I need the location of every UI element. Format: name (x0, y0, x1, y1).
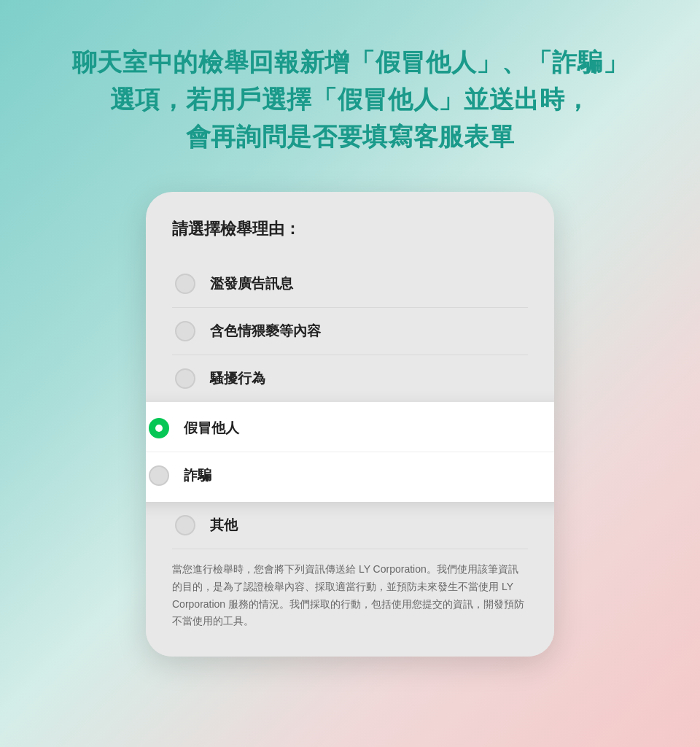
radio-label-other: 其他 (210, 516, 238, 535)
radio-label-impersonation: 假冒他人 (184, 419, 239, 438)
radio-circle-impersonation[interactable] (149, 418, 169, 438)
headline: 聊天室中的檢舉回報新增「假冒他人」、「詐騙」 選項，若用戶選擇「假冒他人」並送出… (72, 44, 629, 155)
radio-item-harass[interactable]: 騷擾行為 (172, 355, 528, 402)
phone-mockup: 請選擇檢舉理由： 濫發廣告訊息 含色情猥褻等內容 騷擾行為 (146, 192, 554, 657)
radio-circle-fraud[interactable] (149, 465, 169, 486)
radio-label-harass: 騷擾行為 (210, 369, 265, 388)
radio-list-top: 濫發廣告訊息 含色情猥褻等內容 騷擾行為 (172, 260, 528, 402)
radio-label-adult: 含色情猥褻等內容 (210, 322, 321, 341)
disclaimer: 當您進行檢舉時，您會將下列資訊傳送給 LY Corporation。我們使用該筆… (172, 561, 528, 630)
radio-item-spam[interactable]: 濫發廣告訊息 (172, 260, 528, 308)
page-container: 聊天室中的檢舉回報新增「假冒他人」、「詐騙」 選項，若用戶選擇「假冒他人」並送出… (0, 0, 700, 747)
phone-inner: 請選擇檢舉理由： 濫發廣告訊息 含色情猥褻等內容 騷擾行為 (146, 192, 554, 402)
radio-circle-adult[interactable] (175, 321, 195, 341)
phone-bottom: 其他 當您進行檢舉時，您會將下列資訊傳送給 LY Corporation。我們使… (146, 502, 554, 657)
radio-circle-spam[interactable] (175, 274, 195, 294)
radio-circle-other[interactable] (175, 515, 195, 535)
headline-line3: 會再詢問是否要填寫客服表單 (186, 123, 515, 150)
headline-line2: 選項，若用戶選擇「假冒他人」並送出時， (110, 85, 591, 113)
radio-circle-harass[interactable] (175, 368, 195, 389)
radio-item-fraud[interactable]: 詐騙 (146, 452, 554, 499)
radio-item-impersonation[interactable]: 假冒他人 (146, 405, 554, 452)
headline-line1: 聊天室中的檢舉回報新增「假冒他人」、「詐騙」 (72, 48, 629, 76)
radio-label-fraud: 詐騙 (184, 466, 211, 485)
radio-item-adult[interactable]: 含色情猥褻等內容 (172, 308, 528, 355)
section-title: 請選擇檢舉理由： (172, 218, 528, 240)
highlight-panel: 假冒他人 詐騙 (146, 402, 554, 502)
radio-item-other[interactable]: 其他 (172, 502, 528, 549)
radio-label-spam: 濫發廣告訊息 (210, 274, 293, 293)
